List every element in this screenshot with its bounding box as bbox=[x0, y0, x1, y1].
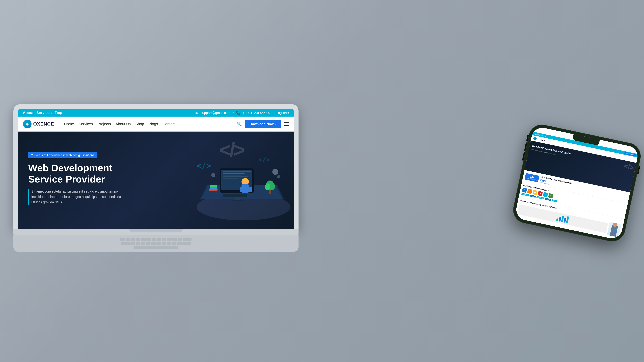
hamburger-line-3 bbox=[284, 125, 289, 126]
nav-shop[interactable]: Shop bbox=[135, 122, 144, 126]
phone-icon-bootstrap: B bbox=[548, 193, 553, 198]
phone-screen: support@gmail.com Download Now OXENCE </… bbox=[514, 126, 640, 240]
phone-icon-b: B bbox=[522, 188, 527, 193]
phone-logo-icon bbox=[533, 136, 537, 140]
nav-blogs[interactable]: Blogs bbox=[149, 122, 158, 126]
key bbox=[151, 242, 156, 245]
phone-power-button bbox=[637, 166, 640, 174]
logo-icon: ◈ bbox=[23, 120, 32, 128]
key-wide bbox=[183, 238, 192, 241]
hamburger-line-2 bbox=[284, 124, 289, 124]
key bbox=[177, 242, 182, 245]
svg-rect-20 bbox=[210, 185, 217, 187]
svg-rect-5 bbox=[232, 200, 244, 201]
main-nav: ◈ OXENCE Home Services Projects About Us… bbox=[18, 117, 294, 132]
nav-services[interactable]: Services bbox=[79, 122, 93, 126]
phone-screen-inner: support@gmail.com Download Now OXENCE </… bbox=[514, 126, 640, 240]
phone-logo-text: OXENCE bbox=[538, 138, 546, 142]
topbar-faqs-link[interactable]: Faqs bbox=[55, 111, 63, 115]
key bbox=[131, 238, 135, 241]
svg-text:</>: </> bbox=[196, 161, 211, 170]
hamburger-line-1 bbox=[284, 122, 289, 123]
svg-rect-32 bbox=[561, 216, 564, 222]
svg-rect-12 bbox=[223, 178, 238, 178]
chevron-down-icon: ▾ bbox=[288, 111, 289, 115]
svg-rect-4 bbox=[235, 197, 240, 200]
top-bar: About Services Faqs ✉ support@gmail.com … bbox=[18, 109, 294, 117]
phone-icon: 📞 bbox=[236, 111, 240, 115]
phone: support@gmail.com Download Now OXENCE </… bbox=[511, 122, 643, 244]
svg-rect-16 bbox=[240, 187, 243, 192]
key bbox=[162, 238, 166, 241]
phone-tag-react: React bbox=[552, 199, 558, 202]
key bbox=[130, 242, 135, 245]
nav-about-us[interactable]: About Us bbox=[116, 122, 131, 126]
language-label: English bbox=[276, 111, 287, 115]
phone-icon-js: JS bbox=[532, 190, 538, 195]
topbar-phone: +000 (123) 456.99 bbox=[243, 111, 270, 115]
hero-section: </> 25 Years of Experience in web design… bbox=[18, 132, 294, 229]
phone-volume-up-button bbox=[524, 142, 527, 151]
nav-home[interactable]: Home bbox=[64, 122, 74, 126]
nav-actions: 🔍 Download Now » bbox=[237, 120, 289, 128]
top-bar-left: About Services Faqs bbox=[23, 111, 63, 115]
svg-point-28 bbox=[277, 175, 280, 178]
key bbox=[141, 238, 146, 241]
key bbox=[167, 242, 171, 245]
svg-point-27 bbox=[272, 169, 278, 175]
phone-volume-down-button bbox=[522, 152, 525, 161]
svg-point-23 bbox=[265, 184, 270, 190]
logo-text: OXENCE bbox=[33, 121, 54, 127]
key bbox=[146, 238, 151, 241]
logo[interactable]: ◈ OXENCE bbox=[23, 120, 54, 128]
svg-point-24 bbox=[270, 183, 275, 190]
hero-title: Web Development Service Provider bbox=[28, 162, 132, 185]
key bbox=[156, 242, 161, 245]
key bbox=[136, 238, 140, 241]
phone-person-img bbox=[607, 222, 621, 238]
key bbox=[152, 238, 156, 241]
phone-tag-js: JavaScript bbox=[536, 196, 544, 199]
phone-icon-react: R bbox=[543, 192, 548, 197]
svg-text:</>: </> bbox=[258, 156, 270, 163]
key bbox=[167, 238, 172, 241]
hamburger-menu[interactable] bbox=[284, 122, 289, 126]
phone-stat-years: 35+ Years of Experience bbox=[524, 173, 540, 182]
svg-rect-11 bbox=[223, 176, 248, 177]
download-now-button[interactable]: Download Now » bbox=[245, 120, 281, 128]
nav-contact[interactable]: Contact bbox=[163, 122, 176, 126]
language-selector[interactable]: English ▾ bbox=[276, 111, 289, 115]
top-bar-right: ✉ support@gmail.com • 📞 +000 (123) 456.9… bbox=[196, 111, 289, 115]
key-spacebar bbox=[134, 246, 178, 249]
key bbox=[120, 238, 125, 241]
key bbox=[157, 238, 161, 241]
svg-rect-30 bbox=[556, 218, 558, 221]
key bbox=[146, 242, 150, 245]
key bbox=[126, 238, 130, 241]
laptop-base bbox=[14, 229, 298, 235]
phone-tag-wordpress: WordPress bbox=[521, 193, 530, 196]
phone-tag-html: HTML bbox=[530, 195, 536, 198]
divider-2: • bbox=[272, 111, 274, 114]
key bbox=[178, 238, 182, 241]
svg-rect-17 bbox=[249, 187, 252, 192]
keyboard-row-2 bbox=[121, 242, 191, 245]
topbar-about-link[interactable]: About bbox=[23, 111, 34, 115]
divider-1: • bbox=[233, 111, 234, 114]
website-content: About Services Faqs ✉ support@gmail.com … bbox=[18, 109, 294, 229]
nav-projects[interactable]: Projects bbox=[98, 122, 111, 126]
keyboard-row-spacebar bbox=[134, 246, 178, 249]
svg-rect-34 bbox=[566, 216, 569, 223]
keyboard-row-1 bbox=[120, 238, 192, 241]
phone-icon-angular: A bbox=[538, 191, 543, 196]
svg-rect-13 bbox=[224, 194, 247, 197]
svg-point-29 bbox=[211, 173, 215, 177]
svg-rect-8 bbox=[223, 171, 251, 172]
svg-rect-10 bbox=[223, 175, 241, 175]
laptop-screen-outer: About Services Faqs ✉ support@gmail.com … bbox=[14, 104, 298, 229]
search-icon[interactable]: 🔍 bbox=[237, 122, 242, 126]
topbar-services-link[interactable]: Services bbox=[36, 111, 52, 115]
phone-tag-angular: Angular bbox=[545, 198, 552, 201]
hero-badge: 25 Years of Experience in web design sol… bbox=[28, 152, 97, 158]
laptop-screen: About Services Faqs ✉ support@gmail.com … bbox=[18, 109, 294, 229]
